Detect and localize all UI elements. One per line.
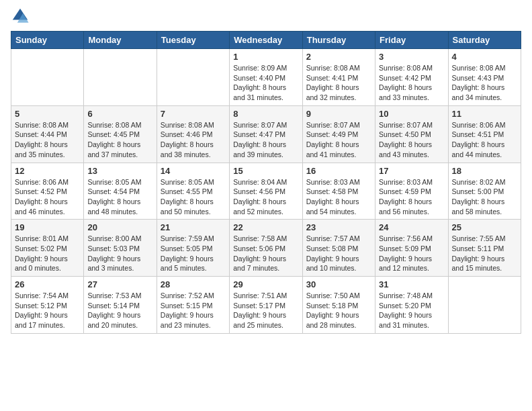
- calendar-cell: [11, 49, 84, 106]
- day-number: 19: [15, 222, 80, 232]
- calendar-cell: 18Sunrise: 8:02 AMSunset: 5:00 PMDayligh…: [448, 163, 521, 220]
- day-info: Sunrise: 8:08 AMSunset: 4:41 PMDaylight:…: [306, 63, 371, 103]
- calendar-cell: 10Sunrise: 8:07 AMSunset: 4:50 PMDayligh…: [375, 105, 448, 163]
- day-info: Sunrise: 7:59 AMSunset: 5:05 PMDaylight:…: [161, 234, 226, 273]
- calendar-cell: 9Sunrise: 8:07 AMSunset: 4:49 PMDaylight…: [302, 105, 375, 163]
- header: [11, 7, 521, 26]
- day-info: Sunrise: 8:02 AMSunset: 5:00 PMDaylight:…: [452, 177, 517, 217]
- calendar-week-2: 5Sunrise: 8:08 AMSunset: 4:44 PMDaylight…: [11, 105, 521, 163]
- calendar-week-5: 26Sunrise: 7:54 AMSunset: 5:12 PMDayligh…: [11, 277, 521, 334]
- calendar-cell: 12Sunrise: 8:06 AMSunset: 4:52 PMDayligh…: [11, 163, 84, 220]
- day-number: 5: [15, 109, 80, 119]
- day-info: Sunrise: 7:56 AMSunset: 5:09 PMDaylight:…: [379, 234, 444, 273]
- weekday-header-saturday: Saturday: [448, 32, 521, 49]
- day-info: Sunrise: 8:08 AMSunset: 4:45 PMDaylight:…: [87, 120, 152, 160]
- day-info: Sunrise: 8:09 AMSunset: 4:40 PMDaylight:…: [233, 63, 298, 103]
- day-info: Sunrise: 7:53 AMSunset: 5:14 PMDaylight:…: [87, 291, 152, 330]
- weekday-header-row: SundayMondayTuesdayWednesdayThursdayFrid…: [11, 32, 521, 49]
- calendar-cell: [157, 49, 229, 106]
- page: SundayMondayTuesdayWednesdayThursdayFrid…: [0, 0, 532, 411]
- day-number: 27: [87, 279, 152, 289]
- calendar: SundayMondayTuesdayWednesdayThursdayFrid…: [11, 31, 521, 334]
- calendar-cell: 28Sunrise: 7:52 AMSunset: 5:15 PMDayligh…: [157, 277, 229, 334]
- day-number: 9: [306, 109, 371, 119]
- day-number: 24: [379, 222, 444, 232]
- calendar-cell: 23Sunrise: 7:57 AMSunset: 5:08 PMDayligh…: [302, 220, 375, 277]
- day-number: 29: [233, 279, 298, 289]
- day-number: 17: [379, 166, 444, 176]
- day-info: Sunrise: 8:06 AMSunset: 4:52 PMDaylight:…: [15, 177, 80, 217]
- calendar-cell: 11Sunrise: 8:06 AMSunset: 4:51 PMDayligh…: [448, 105, 521, 163]
- day-number: 6: [87, 109, 152, 119]
- weekday-header-sunday: Sunday: [11, 32, 84, 49]
- day-number: 28: [161, 279, 226, 289]
- weekday-header-friday: Friday: [375, 32, 448, 49]
- calendar-body: 1Sunrise: 8:09 AMSunset: 4:40 PMDaylight…: [11, 49, 521, 334]
- day-info: Sunrise: 8:08 AMSunset: 4:43 PMDaylight:…: [452, 63, 517, 103]
- day-number: 20: [87, 222, 152, 232]
- calendar-cell: 25Sunrise: 7:55 AMSunset: 5:11 PMDayligh…: [448, 220, 521, 277]
- calendar-cell: 8Sunrise: 8:07 AMSunset: 4:47 PMDaylight…: [230, 105, 302, 163]
- calendar-cell: 29Sunrise: 7:51 AMSunset: 5:17 PMDayligh…: [230, 277, 302, 334]
- calendar-header: SundayMondayTuesdayWednesdayThursdayFrid…: [11, 32, 521, 49]
- day-number: 2: [306, 52, 371, 62]
- day-number: 25: [452, 222, 517, 232]
- day-number: 18: [452, 166, 517, 176]
- day-number: 22: [233, 222, 298, 232]
- calendar-cell: 27Sunrise: 7:53 AMSunset: 5:14 PMDayligh…: [84, 277, 157, 334]
- day-info: Sunrise: 8:03 AMSunset: 4:58 PMDaylight:…: [306, 177, 371, 217]
- weekday-header-monday: Monday: [84, 32, 157, 49]
- day-info: Sunrise: 7:50 AMSunset: 5:18 PMDaylight:…: [306, 291, 371, 330]
- calendar-cell: 19Sunrise: 8:01 AMSunset: 5:02 PMDayligh…: [11, 220, 84, 277]
- day-number: 3: [379, 52, 444, 62]
- weekday-header-thursday: Thursday: [302, 32, 375, 49]
- day-number: 13: [87, 166, 152, 176]
- day-number: 11: [452, 109, 517, 119]
- calendar-week-1: 1Sunrise: 8:09 AMSunset: 4:40 PMDaylight…: [11, 49, 521, 106]
- day-number: 8: [233, 109, 298, 119]
- calendar-week-4: 19Sunrise: 8:01 AMSunset: 5:02 PMDayligh…: [11, 220, 521, 277]
- day-number: 23: [306, 222, 371, 232]
- calendar-cell: 3Sunrise: 8:08 AMSunset: 4:42 PMDaylight…: [375, 49, 448, 106]
- day-info: Sunrise: 8:06 AMSunset: 4:51 PMDaylight:…: [452, 120, 517, 160]
- calendar-cell: 13Sunrise: 8:05 AMSunset: 4:54 PMDayligh…: [84, 163, 157, 220]
- day-number: 21: [161, 222, 226, 232]
- calendar-cell: 14Sunrise: 8:05 AMSunset: 4:55 PMDayligh…: [157, 163, 229, 220]
- day-info: Sunrise: 8:08 AMSunset: 4:42 PMDaylight:…: [379, 63, 444, 103]
- calendar-cell: 30Sunrise: 7:50 AMSunset: 5:18 PMDayligh…: [302, 277, 375, 334]
- day-number: 30: [306, 279, 371, 289]
- day-number: 26: [15, 279, 80, 289]
- calendar-cell: 1Sunrise: 8:09 AMSunset: 4:40 PMDaylight…: [230, 49, 302, 106]
- day-number: 4: [452, 52, 517, 62]
- day-info: Sunrise: 8:05 AMSunset: 4:55 PMDaylight:…: [161, 177, 226, 217]
- calendar-cell: 31Sunrise: 7:48 AMSunset: 5:20 PMDayligh…: [375, 277, 448, 334]
- day-info: Sunrise: 7:55 AMSunset: 5:11 PMDaylight:…: [452, 234, 517, 273]
- calendar-cell: [84, 49, 157, 106]
- day-number: 12: [15, 166, 80, 176]
- day-info: Sunrise: 8:01 AMSunset: 5:02 PMDaylight:…: [15, 234, 80, 273]
- calendar-cell: 20Sunrise: 8:00 AMSunset: 5:03 PMDayligh…: [84, 220, 157, 277]
- day-info: Sunrise: 7:57 AMSunset: 5:08 PMDaylight:…: [306, 234, 371, 273]
- calendar-cell: 22Sunrise: 7:58 AMSunset: 5:06 PMDayligh…: [230, 220, 302, 277]
- day-info: Sunrise: 7:54 AMSunset: 5:12 PMDaylight:…: [15, 291, 80, 330]
- calendar-cell: 6Sunrise: 8:08 AMSunset: 4:45 PMDaylight…: [84, 105, 157, 163]
- day-info: Sunrise: 7:52 AMSunset: 5:15 PMDaylight:…: [161, 291, 226, 330]
- weekday-header-tuesday: Tuesday: [157, 32, 229, 49]
- day-number: 1: [233, 52, 298, 62]
- day-info: Sunrise: 8:04 AMSunset: 4:56 PMDaylight:…: [233, 177, 298, 217]
- calendar-cell: 7Sunrise: 8:08 AMSunset: 4:46 PMDaylight…: [157, 105, 229, 163]
- day-number: 7: [161, 109, 226, 119]
- calendar-cell: 21Sunrise: 7:59 AMSunset: 5:05 PMDayligh…: [157, 220, 229, 277]
- day-info: Sunrise: 7:51 AMSunset: 5:17 PMDaylight:…: [233, 291, 298, 330]
- day-number: 15: [233, 166, 298, 176]
- day-info: Sunrise: 8:07 AMSunset: 4:50 PMDaylight:…: [379, 120, 444, 160]
- calendar-cell: 4Sunrise: 8:08 AMSunset: 4:43 PMDaylight…: [448, 49, 521, 106]
- calendar-cell: 24Sunrise: 7:56 AMSunset: 5:09 PMDayligh…: [375, 220, 448, 277]
- calendar-cell: 26Sunrise: 7:54 AMSunset: 5:12 PMDayligh…: [11, 277, 84, 334]
- day-info: Sunrise: 8:05 AMSunset: 4:54 PMDaylight:…: [87, 177, 152, 217]
- day-info: Sunrise: 8:08 AMSunset: 4:46 PMDaylight:…: [161, 120, 226, 160]
- logo-icon: [11, 7, 30, 26]
- calendar-cell: 17Sunrise: 8:03 AMSunset: 4:59 PMDayligh…: [375, 163, 448, 220]
- day-info: Sunrise: 8:07 AMSunset: 4:49 PMDaylight:…: [306, 120, 371, 160]
- calendar-cell: 5Sunrise: 8:08 AMSunset: 4:44 PMDaylight…: [11, 105, 84, 163]
